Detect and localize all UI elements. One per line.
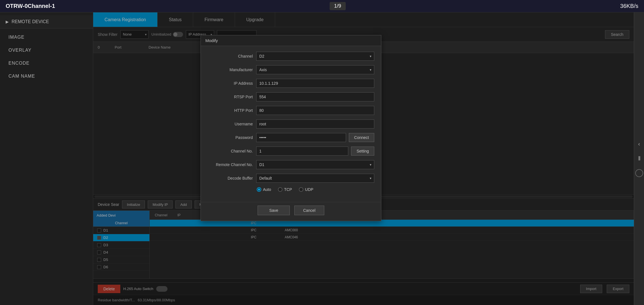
rtsp-port-label: RTSP Port	[208, 95, 253, 99]
modal-body: Channel D2 Manufacturer Axis IP Addres	[201, 46, 381, 202]
manufacturer-select-wrapper[interactable]: Axis	[256, 65, 374, 74]
manufacturer-row: Manufacturer Axis	[208, 65, 374, 74]
sidebar-remote-device-label: REMOTE DEVICE	[12, 19, 49, 24]
channel-no-row: Channel No. Setting	[208, 147, 374, 156]
sidebar: ▶ REMOTE DEVICE IMAGE OVERLAY ENCODE CAM…	[0, 12, 93, 305]
decode-buffer-select[interactable]: Default	[256, 174, 374, 183]
page-indicator: 1/9	[330, 2, 346, 10]
radio-auto[interactable]: Auto	[257, 187, 271, 192]
title: OTRW-0Channel-1	[6, 3, 55, 9]
collapse-button[interactable]: ‹	[638, 141, 640, 147]
http-port-row: HTTP Port	[208, 106, 374, 115]
password-input[interactable]	[256, 133, 346, 142]
channel-no-input[interactable]	[256, 147, 348, 156]
sidebar-encode-label: ENCODE	[8, 61, 29, 66]
radio-udp[interactable]: UDP	[299, 187, 314, 192]
remote-channel-no-label: Remote Channel No.	[208, 162, 253, 167]
protocol-radio-row: Auto TCP UDP	[208, 187, 374, 192]
setting-button[interactable]: Setting	[351, 147, 374, 156]
sidebar-item-camname[interactable]: CAM NAME	[0, 70, 93, 83]
modify-modal: Modify Channel D2 Manufacturer Axis	[201, 35, 381, 221]
circle-icon	[635, 169, 643, 177]
username-input[interactable]	[256, 119, 374, 128]
channel-row: Channel D2	[208, 52, 374, 61]
rtsp-port-input[interactable]	[256, 92, 374, 101]
rtsp-port-row: RTSP Port	[208, 92, 374, 101]
bars-icon: |||	[638, 156, 640, 161]
ip-address-row: IP Address	[208, 79, 374, 88]
http-port-label: HTTP Port	[208, 108, 253, 113]
remote-channel-no-row: Remote Channel No. D1	[208, 160, 374, 169]
channel-label: Channel	[208, 54, 253, 58]
manufacturer-label: Manufacturer	[208, 67, 253, 72]
radio-udp-circle[interactable]	[299, 187, 303, 192]
modal-title: Modify	[201, 35, 381, 46]
channel-select-wrapper[interactable]: D2	[256, 52, 374, 61]
right-collapse-panel: ‹ |||	[634, 12, 644, 305]
modal-footer: Save Cancel	[201, 202, 381, 221]
connect-button[interactable]: Connect	[349, 133, 374, 142]
top-bar: OTRW-0Channel-1 1/9 36KB/s	[0, 0, 644, 12]
decode-buffer-row: Decode Buffer Default	[208, 174, 374, 183]
password-label: Password	[208, 135, 253, 140]
decode-buffer-label: Decode Buffer	[208, 176, 253, 180]
sidebar-image-label: IMAGE	[8, 35, 25, 40]
manufacturer-select[interactable]: Axis	[256, 65, 374, 74]
sidebar-overlay-label: OVERLAY	[8, 48, 31, 53]
channel-no-label: Channel No.	[208, 149, 253, 153]
modal-overlay: Modify Channel D2 Manufacturer Axis	[93, 12, 634, 305]
sidebar-camname-label: CAM NAME	[8, 74, 35, 79]
username-row: Username	[208, 119, 374, 128]
sidebar-item-overlay[interactable]: OVERLAY	[0, 44, 93, 57]
username-label: Username	[208, 122, 253, 126]
speed-indicator: 36KB/s	[620, 3, 638, 9]
remote-channel-select-wrapper[interactable]: D1	[256, 160, 374, 169]
chevron-right-icon: ▶	[6, 19, 9, 24]
password-row: Password Connect	[208, 133, 374, 142]
save-button[interactable]: Save	[258, 206, 290, 215]
sidebar-item-remote-device[interactable]: ▶ REMOTE DEVICE	[0, 15, 93, 29]
radio-tcp[interactable]: TCP	[278, 187, 292, 192]
decode-buffer-select-wrapper[interactable]: Default	[256, 174, 374, 183]
sidebar-item-image[interactable]: IMAGE	[0, 31, 93, 44]
http-port-input[interactable]	[256, 106, 374, 115]
channel-select[interactable]: D2	[256, 52, 374, 61]
ip-address-input[interactable]	[256, 79, 374, 88]
radio-tcp-circle[interactable]	[278, 187, 282, 192]
radio-auto-circle[interactable]	[257, 187, 261, 192]
ip-address-label: IP Address	[208, 81, 253, 86]
remote-channel-select[interactable]: D1	[256, 160, 374, 169]
sidebar-item-encode[interactable]: ENCODE	[0, 57, 93, 70]
cancel-button[interactable]: Cancel	[294, 206, 324, 215]
